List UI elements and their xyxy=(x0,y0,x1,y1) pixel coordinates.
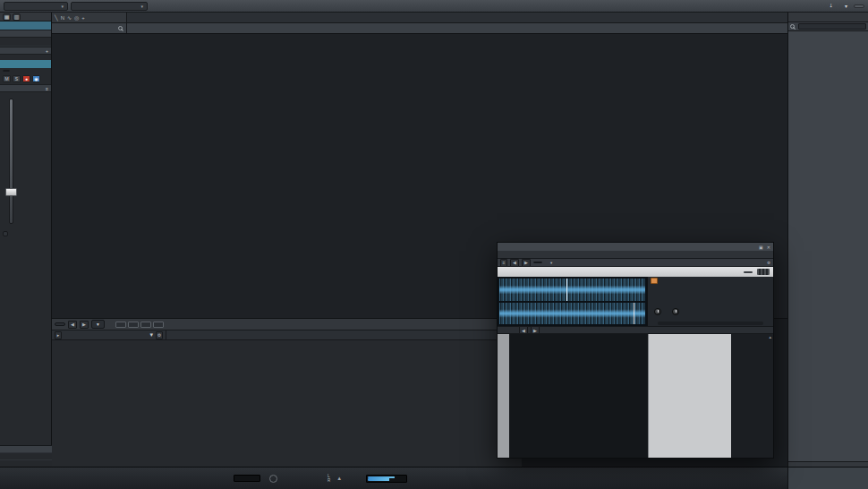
workspace-buttons xyxy=(787,468,868,489)
transport-bar: L R ▲ xyxy=(0,467,868,489)
loop-marker[interactable] xyxy=(566,279,567,301)
sample-waveform-display[interactable] xyxy=(498,277,647,326)
prev-sample-button[interactable]: ◀ xyxy=(519,326,528,334)
fader-track[interactable] xyxy=(9,99,13,224)
bank-selector xyxy=(498,334,509,458)
top-toolbar: ▾ ▾ ⭣ ▾ xyxy=(0,0,868,13)
preset-name[interactable] xyxy=(533,262,542,263)
control-dropdown[interactable]: ▾ xyxy=(71,2,148,11)
upgrade-button[interactable] xyxy=(854,4,864,8)
inspector-panel: ▦▥ + M S ● ◉ ≡ xyxy=(0,13,52,467)
note-fx-header[interactable]: + xyxy=(0,47,51,55)
scroll-up-icon[interactable]: ▲ xyxy=(769,335,772,339)
instrument-tabs xyxy=(498,251,773,259)
presonus-grill-icon xyxy=(757,269,770,275)
cpu-gauge-icon[interactable] xyxy=(269,475,277,483)
step-display-icon[interactable] xyxy=(153,322,164,328)
pad-grid xyxy=(509,334,648,458)
studio-one-app: ▾ ▾ ⭣ ▾ ▦▥ + M S ● ◉ ≡ xyxy=(0,0,868,489)
list-icon[interactable]: ▥ xyxy=(13,13,21,21)
arrange-tool-icons: ╲N∿◎+ xyxy=(52,13,127,22)
channel-section: M S ● ◉ ≡ xyxy=(0,60,51,92)
midi-icon[interactable]: ≡ xyxy=(500,259,507,267)
prev-variation-button[interactable]: ◀ xyxy=(68,321,77,329)
pattern-start-row[interactable] xyxy=(0,452,52,459)
curve-icon[interactable]: ∿ xyxy=(67,14,72,21)
chevron-down-icon: ▾ xyxy=(61,4,64,9)
solo-button[interactable]: S xyxy=(13,75,21,82)
pattern-end-row[interactable] xyxy=(0,459,52,467)
pattern-editor: ◀ ▶ ▾ ▸ ▾ ⚙ xyxy=(52,318,522,467)
prev-preset-button[interactable]: ◀ xyxy=(510,259,519,267)
impact-xt-window: ▣✕ ≡ ◀ ▶ ▾ ⚙ xyxy=(497,242,774,459)
add-icon[interactable]: + xyxy=(81,15,85,21)
automation-parameter-row[interactable] xyxy=(0,38,51,47)
variation-dropdown[interactable]: ▾ xyxy=(91,320,105,329)
target-icon[interactable]: ◎ xyxy=(74,14,79,21)
pattern-range-footer xyxy=(0,445,52,467)
synth-controls xyxy=(648,334,731,458)
inspector-track-header[interactable] xyxy=(0,21,51,30)
download-icon[interactable]: ⭣ xyxy=(830,3,832,9)
browser-search-input[interactable] xyxy=(798,23,866,30)
grid-icon[interactable]: ▦ xyxy=(3,13,11,21)
drums-tab[interactable] xyxy=(3,70,10,72)
wrench-icon[interactable]: ⚙ xyxy=(156,331,163,339)
progress-bar xyxy=(658,322,763,325)
automation-header xyxy=(0,30,51,38)
monitor-button[interactable]: ◉ xyxy=(32,75,40,82)
folder-icon[interactable]: ▸ xyxy=(55,331,62,339)
loop-range-display[interactable]: L R xyxy=(328,474,330,484)
pad-color-swatch xyxy=(651,278,658,284)
pattern-mode-button[interactable] xyxy=(55,322,65,326)
browser-tabs xyxy=(788,13,868,22)
waveform-bottom[interactable] xyxy=(499,303,645,325)
step-number-ruler xyxy=(166,330,522,339)
waveform-top[interactable] xyxy=(499,279,645,301)
performance-meter[interactable] xyxy=(234,475,260,482)
end-marker[interactable] xyxy=(634,303,634,325)
search-icon[interactable] xyxy=(118,26,123,30)
browser-panel xyxy=(787,13,868,467)
pad-parameters xyxy=(647,277,773,326)
instrument-dropdown[interactable]: ▾ xyxy=(149,331,153,339)
arranger-sections xyxy=(127,23,787,33)
step-display-icon[interactable] xyxy=(128,322,139,328)
pattern-step-grid xyxy=(52,340,522,467)
offset-start-knob[interactable] xyxy=(654,308,661,315)
song-menu[interactable]: ▾ xyxy=(845,3,847,9)
note-dropdown[interactable]: ▾ xyxy=(550,261,552,265)
parameter-dropdown[interactable]: ▾ xyxy=(4,2,68,11)
next-preset-button[interactable]: ▶ xyxy=(522,259,531,267)
next-variation-button[interactable]: ▶ xyxy=(80,321,89,329)
timeline-ruler[interactable] xyxy=(127,13,787,22)
gear-icon[interactable]: ⚙ xyxy=(767,261,770,265)
window-scroll-strip[interactable]: ▲ xyxy=(731,334,773,458)
chevron-down-icon: ▾ xyxy=(140,4,143,9)
step-display-icon[interactable] xyxy=(115,322,126,328)
fader-handle[interactable] xyxy=(5,188,17,196)
bends-checkbox[interactable] xyxy=(3,231,8,236)
channel-fader[interactable] xyxy=(0,95,51,229)
pin-icon[interactable]: ▣ xyxy=(759,244,763,250)
search-icon[interactable] xyxy=(790,24,795,29)
pad-focus-button[interactable] xyxy=(744,271,753,273)
step-display-icon[interactable] xyxy=(140,322,151,328)
channel-title[interactable] xyxy=(0,60,51,68)
close-icon[interactable]: ✕ xyxy=(767,244,770,250)
inserts-header[interactable]: ≡ xyxy=(0,84,51,92)
offset-end-knob[interactable] xyxy=(672,308,679,315)
metronome-icon[interactable]: ▲ xyxy=(336,476,342,481)
record-arm-button[interactable]: ● xyxy=(22,75,30,82)
effects-tree xyxy=(788,31,868,461)
draw-icon[interactable]: ╲ xyxy=(55,14,58,21)
line-icon[interactable]: N xyxy=(61,15,64,21)
mute-button[interactable]: M xyxy=(3,75,11,82)
output-level-meter xyxy=(366,475,407,483)
next-sample-button[interactable]: ▶ xyxy=(531,326,540,334)
